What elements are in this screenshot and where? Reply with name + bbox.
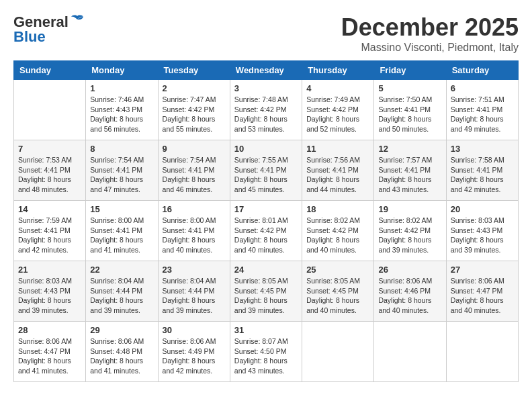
day-info: Sunrise: 8:06 AMSunset: 4:48 PMDaylight:… (90, 336, 153, 376)
logo: General Blue (13, 13, 85, 46)
day-number: 16 (163, 204, 226, 214)
day-number: 21 (18, 265, 81, 275)
calendar-cell (302, 322, 374, 382)
weekday-header-thursday: Thursday (302, 61, 374, 80)
calendar-cell: 25Sunrise: 8:05 AMSunset: 4:45 PMDayligh… (302, 261, 374, 322)
calendar-week-row: 21Sunrise: 8:03 AMSunset: 4:43 PMDayligh… (14, 261, 519, 322)
day-number: 14 (18, 204, 81, 214)
day-info: Sunrise: 7:57 AMSunset: 4:41 PMDaylight:… (378, 155, 441, 195)
calendar-cell: 5Sunrise: 7:50 AMSunset: 4:41 PMDaylight… (374, 80, 446, 140)
weekday-header-wednesday: Wednesday (230, 61, 302, 80)
day-number: 28 (18, 325, 81, 335)
day-number: 25 (306, 265, 369, 275)
calendar-cell (14, 80, 86, 140)
day-number: 7 (18, 144, 81, 154)
day-number: 17 (234, 204, 298, 214)
calendar-cell: 1Sunrise: 7:46 AMSunset: 4:43 PMDaylight… (86, 80, 158, 140)
day-number: 10 (234, 144, 298, 154)
day-number: 18 (306, 204, 369, 214)
calendar-cell: 18Sunrise: 8:02 AMSunset: 4:42 PMDayligh… (302, 201, 374, 261)
day-number: 12 (378, 144, 441, 154)
weekday-header-row: SundayMondayTuesdayWednesdayThursdayFrid… (14, 61, 519, 80)
calendar-cell: 30Sunrise: 8:06 AMSunset: 4:49 PMDayligh… (158, 322, 230, 382)
day-info: Sunrise: 8:03 AMSunset: 4:43 PMDaylight:… (18, 276, 81, 316)
calendar-cell: 16Sunrise: 8:00 AMSunset: 4:41 PMDayligh… (158, 201, 230, 261)
calendar-cell: 28Sunrise: 8:06 AMSunset: 4:47 PMDayligh… (14, 322, 86, 382)
day-info: Sunrise: 8:04 AMSunset: 4:44 PMDaylight:… (90, 276, 153, 316)
weekday-header-sunday: Sunday (14, 61, 86, 80)
day-number: 20 (451, 204, 514, 214)
calendar-cell: 26Sunrise: 8:06 AMSunset: 4:46 PMDayligh… (374, 261, 446, 322)
day-number: 29 (90, 325, 153, 335)
day-number: 4 (306, 83, 369, 93)
calendar-cell: 22Sunrise: 8:04 AMSunset: 4:44 PMDayligh… (86, 261, 158, 322)
calendar-week-row: 7Sunrise: 7:53 AMSunset: 4:41 PMDaylight… (14, 140, 519, 201)
calendar-cell: 11Sunrise: 7:56 AMSunset: 4:41 PMDayligh… (302, 140, 374, 201)
location-text: Massino Visconti, Piedmont, Italy (341, 42, 519, 54)
day-number: 1 (90, 83, 153, 93)
calendar-cell: 21Sunrise: 8:03 AMSunset: 4:43 PMDayligh… (14, 261, 86, 322)
day-number: 19 (378, 204, 441, 214)
day-info: Sunrise: 8:00 AMSunset: 4:41 PMDaylight:… (163, 216, 226, 255)
day-info: Sunrise: 8:06 AMSunset: 4:49 PMDaylight:… (163, 336, 226, 376)
page-header: General Blue December 2025 Massino Visco… (13, 13, 519, 54)
calendar-cell: 9Sunrise: 7:54 AMSunset: 4:41 PMDaylight… (158, 140, 230, 201)
weekday-header-monday: Monday (86, 61, 158, 80)
calendar-cell: 6Sunrise: 7:51 AMSunset: 4:41 PMDaylight… (446, 80, 518, 140)
day-info: Sunrise: 8:04 AMSunset: 4:44 PMDaylight:… (163, 276, 226, 316)
day-info: Sunrise: 7:56 AMSunset: 4:41 PMDaylight:… (306, 155, 369, 195)
calendar-cell: 19Sunrise: 8:02 AMSunset: 4:42 PMDayligh… (374, 201, 446, 261)
calendar-week-row: 14Sunrise: 7:59 AMSunset: 4:41 PMDayligh… (14, 201, 519, 261)
day-number: 27 (451, 265, 514, 275)
calendar-cell: 31Sunrise: 8:07 AMSunset: 4:50 PMDayligh… (230, 322, 302, 382)
day-info: Sunrise: 8:06 AMSunset: 4:47 PMDaylight:… (18, 336, 81, 376)
day-info: Sunrise: 7:47 AMSunset: 4:42 PMDaylight:… (163, 95, 226, 134)
calendar-cell: 4Sunrise: 7:49 AMSunset: 4:42 PMDaylight… (302, 80, 374, 140)
calendar-cell: 24Sunrise: 8:05 AMSunset: 4:45 PMDayligh… (230, 261, 302, 322)
calendar-cell: 3Sunrise: 7:48 AMSunset: 4:42 PMDaylight… (230, 80, 302, 140)
calendar-cell: 10Sunrise: 7:55 AMSunset: 4:41 PMDayligh… (230, 140, 302, 201)
calendar-cell: 12Sunrise: 7:57 AMSunset: 4:41 PMDayligh… (374, 140, 446, 201)
day-number: 15 (90, 204, 153, 214)
calendar-cell: 14Sunrise: 7:59 AMSunset: 4:41 PMDayligh… (14, 201, 86, 261)
day-info: Sunrise: 8:01 AMSunset: 4:42 PMDaylight:… (234, 216, 298, 255)
weekday-header-saturday: Saturday (446, 61, 518, 80)
logo-blue-text: Blue (13, 28, 46, 46)
day-number: 8 (90, 144, 153, 154)
calendar-cell: 17Sunrise: 8:01 AMSunset: 4:42 PMDayligh… (230, 201, 302, 261)
weekday-header-friday: Friday (374, 61, 446, 80)
day-number: 13 (451, 144, 514, 154)
day-info: Sunrise: 7:48 AMSunset: 4:42 PMDaylight:… (234, 95, 298, 134)
day-info: Sunrise: 8:03 AMSunset: 4:43 PMDaylight:… (451, 216, 514, 255)
day-info: Sunrise: 7:53 AMSunset: 4:41 PMDaylight:… (18, 155, 81, 195)
day-info: Sunrise: 7:58 AMSunset: 4:41 PMDaylight:… (451, 155, 514, 195)
day-info: Sunrise: 8:02 AMSunset: 4:42 PMDaylight:… (306, 216, 369, 255)
calendar-cell: 7Sunrise: 7:53 AMSunset: 4:41 PMDaylight… (14, 140, 86, 201)
day-info: Sunrise: 8:06 AMSunset: 4:46 PMDaylight:… (378, 276, 441, 316)
day-info: Sunrise: 8:02 AMSunset: 4:42 PMDaylight:… (378, 216, 441, 255)
month-title: December 2025 (341, 13, 519, 42)
calendar-week-row: 1Sunrise: 7:46 AMSunset: 4:43 PMDaylight… (14, 80, 519, 140)
calendar-cell: 29Sunrise: 8:06 AMSunset: 4:48 PMDayligh… (86, 322, 158, 382)
day-info: Sunrise: 7:51 AMSunset: 4:41 PMDaylight:… (451, 95, 514, 134)
day-number: 2 (163, 83, 226, 93)
title-section: December 2025 Massino Visconti, Piedmont… (341, 13, 519, 54)
calendar-table: SundayMondayTuesdayWednesdayThursdayFrid… (13, 60, 519, 382)
day-number: 9 (163, 144, 226, 154)
logo-bird-icon (70, 15, 85, 27)
day-info: Sunrise: 7:59 AMSunset: 4:41 PMDaylight:… (18, 216, 81, 255)
calendar-cell: 8Sunrise: 7:54 AMSunset: 4:41 PMDaylight… (86, 140, 158, 201)
day-info: Sunrise: 7:46 AMSunset: 4:43 PMDaylight:… (90, 95, 153, 134)
day-number: 31 (234, 325, 298, 335)
day-number: 3 (234, 83, 298, 93)
day-info: Sunrise: 7:50 AMSunset: 4:41 PMDaylight:… (378, 95, 441, 134)
calendar-cell: 20Sunrise: 8:03 AMSunset: 4:43 PMDayligh… (446, 201, 518, 261)
calendar-cell: 27Sunrise: 8:06 AMSunset: 4:47 PMDayligh… (446, 261, 518, 322)
calendar-cell: 15Sunrise: 8:00 AMSunset: 4:41 PMDayligh… (86, 201, 158, 261)
day-info: Sunrise: 8:07 AMSunset: 4:50 PMDaylight:… (234, 336, 298, 376)
day-number: 24 (234, 265, 298, 275)
day-info: Sunrise: 7:49 AMSunset: 4:42 PMDaylight:… (306, 95, 369, 134)
calendar-week-row: 28Sunrise: 8:06 AMSunset: 4:47 PMDayligh… (14, 322, 519, 382)
day-number: 22 (90, 265, 153, 275)
day-info: Sunrise: 8:05 AMSunset: 4:45 PMDaylight:… (234, 276, 298, 316)
